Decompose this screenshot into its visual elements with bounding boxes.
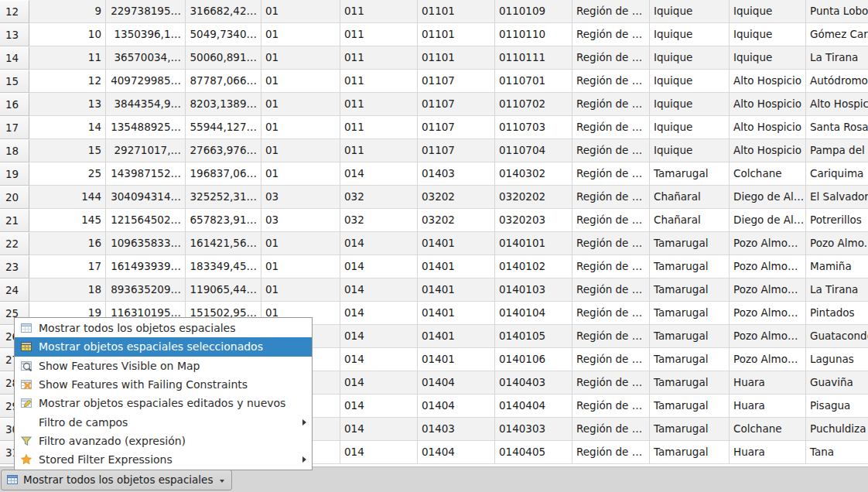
- cell[interactable]: 01: [261, 93, 340, 116]
- cell[interactable]: Iquique: [650, 46, 730, 70]
- cell[interactable]: Huara: [730, 395, 806, 418]
- cell[interactable]: Región de …: [572, 348, 650, 371]
- cell[interactable]: Tamarugal: [650, 162, 730, 186]
- cell[interactable]: Pampa del .: [806, 139, 868, 162]
- cell[interactable]: Chañaral: [650, 209, 730, 232]
- cell[interactable]: 29271017,…: [106, 139, 186, 162]
- cell[interactable]: 183349,45…: [186, 255, 261, 278]
- menu-item-3[interactable]: Show Features with Failing Constraints: [15, 375, 312, 394]
- cell[interactable]: 0140106: [495, 348, 572, 371]
- cell[interactable]: Alto Hospicio: [730, 70, 806, 93]
- cell[interactable]: La Tirana: [806, 278, 868, 302]
- cell[interactable]: 11: [29, 46, 106, 70]
- cell[interactable]: 01401: [418, 278, 495, 302]
- row-number[interactable]: 13: [0, 23, 29, 46]
- cell[interactable]: Región de …: [572, 186, 650, 209]
- cell[interactable]: 014: [340, 418, 418, 441]
- row-number[interactable]: 20: [0, 186, 29, 209]
- cell[interactable]: Región de …: [572, 23, 650, 46]
- cell[interactable]: 01107: [418, 93, 495, 116]
- cell[interactable]: 0140303: [495, 418, 572, 441]
- cell[interactable]: 13: [29, 93, 106, 116]
- cell[interactable]: 14: [29, 116, 106, 139]
- cell[interactable]: 409729985…: [106, 70, 186, 93]
- cell[interactable]: 014: [340, 325, 418, 348]
- row-number[interactable]: 22: [0, 232, 29, 255]
- cell[interactable]: Diego de Al…: [730, 186, 806, 209]
- cell[interactable]: Iquique: [650, 23, 730, 46]
- cell[interactable]: Tamarugal: [650, 395, 730, 418]
- cell[interactable]: Tamarugal: [650, 371, 730, 395]
- cell[interactable]: Tamarugal: [650, 302, 730, 325]
- cell[interactable]: Tamarugal: [650, 278, 730, 302]
- cell[interactable]: 0110703: [495, 116, 572, 139]
- cell[interactable]: 011: [340, 0, 418, 23]
- cell[interactable]: Potrerillos: [806, 209, 868, 232]
- cell[interactable]: 011: [340, 116, 418, 139]
- cell[interactable]: 01401: [418, 325, 495, 348]
- cell[interactable]: Región de …: [572, 255, 650, 278]
- menu-item-2[interactable]: Show Features Visible on Map: [15, 357, 312, 375]
- cell[interactable]: Tamarugal: [650, 418, 730, 441]
- cell[interactable]: 014: [340, 395, 418, 418]
- cell[interactable]: 9: [29, 0, 106, 23]
- cell[interactable]: 27663,976…: [186, 139, 261, 162]
- cell[interactable]: Iquique: [730, 46, 806, 70]
- cell[interactable]: Región de …: [572, 209, 650, 232]
- cell[interactable]: 0140104: [495, 302, 572, 325]
- cell[interactable]: Huara: [730, 371, 806, 395]
- row-number[interactable]: 18: [0, 139, 29, 162]
- cell[interactable]: Región de …: [572, 418, 650, 441]
- row-number[interactable]: 16: [0, 93, 29, 116]
- cell[interactable]: La Tirana: [806, 46, 868, 70]
- cell[interactable]: 0110109: [495, 0, 572, 23]
- cell[interactable]: 01101: [418, 0, 495, 23]
- cell[interactable]: 01403: [418, 162, 495, 186]
- cell[interactable]: 03: [261, 186, 340, 209]
- cell[interactable]: 0110702: [495, 93, 572, 116]
- cell[interactable]: 01403: [418, 418, 495, 441]
- cell[interactable]: 12: [29, 70, 106, 93]
- cell[interactable]: 0140405: [495, 441, 572, 464]
- cell[interactable]: Iquique: [730, 0, 806, 23]
- row-number[interactable]: 15: [0, 70, 29, 93]
- cell[interactable]: Región de …: [572, 278, 650, 302]
- cell[interactable]: Región de …: [572, 70, 650, 93]
- cell[interactable]: 196837,06…: [186, 162, 261, 186]
- cell[interactable]: Iquique: [650, 70, 730, 93]
- cell[interactable]: Tana: [806, 441, 868, 464]
- cell[interactable]: Chañaral: [650, 186, 730, 209]
- cell[interactable]: Colchane: [730, 418, 806, 441]
- cell[interactable]: Mamiña: [806, 255, 868, 278]
- cell[interactable]: 011: [340, 23, 418, 46]
- cell[interactable]: Tamarugal: [650, 325, 730, 348]
- cell[interactable]: 18: [29, 278, 106, 302]
- cell[interactable]: 0140105: [495, 325, 572, 348]
- cell[interactable]: 01: [261, 162, 340, 186]
- cell[interactable]: Región de …: [572, 371, 650, 395]
- cell[interactable]: 01401: [418, 232, 495, 255]
- cell[interactable]: 50060,891…: [186, 46, 261, 70]
- cell[interactable]: Lagunas: [806, 348, 868, 371]
- cell[interactable]: 014: [340, 302, 418, 325]
- cell[interactable]: 229738195…: [106, 0, 186, 23]
- cell[interactable]: Iquique: [730, 23, 806, 46]
- cell[interactable]: 014: [340, 255, 418, 278]
- cell[interactable]: 25: [29, 162, 106, 186]
- cell[interactable]: 01: [261, 0, 340, 23]
- cell[interactable]: 014: [340, 441, 418, 464]
- cell[interactable]: 01401: [418, 348, 495, 371]
- cell[interactable]: 15: [29, 139, 106, 162]
- cell[interactable]: Iquique: [650, 0, 730, 23]
- cell[interactable]: El Salvador: [806, 186, 868, 209]
- menu-item-1[interactable]: Mostrar objetos espaciales seleccionados: [15, 337, 312, 356]
- cell[interactable]: 316682,42…: [186, 0, 261, 23]
- cell[interactable]: 014: [340, 162, 418, 186]
- cell[interactable]: 10: [29, 23, 106, 46]
- cell[interactable]: 325252,31…: [186, 186, 261, 209]
- cell[interactable]: Región de …: [572, 139, 650, 162]
- cell[interactable]: Colchane: [730, 162, 806, 186]
- menu-item-6[interactable]: Filtro avanzado (expresión): [15, 432, 312, 450]
- cell[interactable]: 03202: [418, 186, 495, 209]
- row-number[interactable]: 21: [0, 209, 29, 232]
